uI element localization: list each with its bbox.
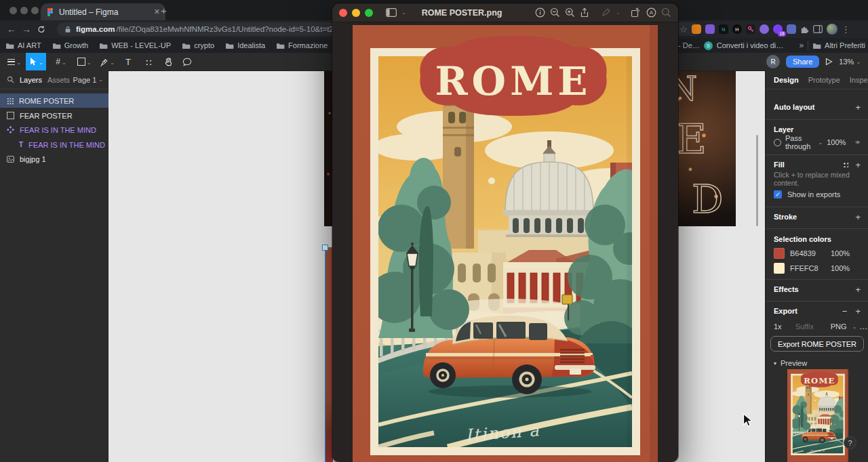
- reload-icon[interactable]: [34, 25, 49, 34]
- bookmark-item[interactable]: Formazione: [276, 41, 328, 49]
- side-panel-icon[interactable]: [813, 25, 823, 33]
- bookmark-other-favorites[interactable]: Altri Preferiti: [812, 41, 865, 49]
- show-in-exports-checkbox[interactable]: ✓: [774, 190, 782, 198]
- folder-icon: [812, 42, 821, 49]
- export-suffix-input[interactable]: [794, 322, 828, 331]
- move-tool-button[interactable]: ⌄: [26, 53, 46, 70]
- extension-metamask-icon[interactable]: [692, 24, 701, 34]
- help-button[interactable]: ?: [844, 436, 856, 449]
- bookmark-item[interactable]: WEB - LEVEL-UP: [99, 41, 171, 49]
- window-zoom-button[interactable]: [365, 9, 373, 17]
- extension-indigo-icon[interactable]: [787, 24, 796, 34]
- add-auto-layout-icon[interactable]: +: [855, 102, 861, 112]
- bookmark-item[interactable]: Idealista: [225, 41, 265, 49]
- layer-row-fear-poster[interactable]: FEAR POSTER: [0, 108, 108, 123]
- present-play-icon[interactable]: [825, 58, 833, 66]
- bookmark-item[interactable]: AI ART: [5, 41, 41, 49]
- hand-tool-button[interactable]: [159, 53, 178, 70]
- share-button[interactable]: Share: [786, 56, 819, 68]
- pen-icon: [100, 58, 108, 66]
- bookmark-item[interactable]: Growth: [52, 41, 88, 49]
- tab-prototype[interactable]: Prototype: [808, 76, 840, 84]
- fill-styles-icon[interactable]: [843, 162, 848, 167]
- zoom-level-control[interactable]: 13%⌄: [839, 58, 861, 66]
- canvas-scrollbar[interactable]: [756, 135, 758, 226]
- puzzle-extensions-icon[interactable]: [800, 25, 809, 34]
- window-minimize-button[interactable]: [352, 9, 360, 17]
- tab-design[interactable]: Design: [774, 76, 799, 84]
- layer-opacity[interactable]: 100%: [827, 138, 846, 146]
- bookmark-converti[interactable]: Converti i video di…: [717, 41, 783, 49]
- page-selector[interactable]: Page 1⌄: [73, 76, 103, 84]
- annotate-icon[interactable]: A: [646, 7, 656, 18]
- bookmark-partial[interactable]: - De…: [678, 41, 700, 49]
- layer-row-bigjpg[interactable]: bigjpg 1: [0, 152, 108, 166]
- resources-tool-button[interactable]: [138, 53, 157, 70]
- preview-disclosure-icon[interactable]: ▾: [774, 360, 776, 366]
- tab-inspect[interactable]: Inspect: [850, 76, 868, 84]
- back-icon[interactable]: ←: [4, 24, 19, 35]
- extension-badge-icon[interactable]: 18: [773, 24, 783, 34]
- window-minimize-button[interactable]: [20, 7, 28, 14]
- browser-menu-icon[interactable]: ⋮: [842, 24, 850, 35]
- new-tab-button[interactable]: +: [161, 5, 167, 16]
- window-close-button[interactable]: [9, 7, 17, 14]
- bookmark-item[interactable]: crypto: [182, 41, 214, 49]
- bookmark-star-icon[interactable]: ☆: [679, 24, 688, 35]
- remove-export-icon[interactable]: −: [842, 306, 848, 316]
- color-opacity[interactable]: 100%: [831, 249, 850, 257]
- extension-key-icon[interactable]: [746, 24, 755, 34]
- selection-color-row[interactable]: FFEFC8 100%: [766, 261, 868, 275]
- blend-mode-value[interactable]: Pass through: [785, 134, 811, 150]
- export-rome-poster-button[interactable]: Export ROME POSTER: [770, 336, 864, 352]
- browser-tab[interactable]: Untitled – Figma ✕: [41, 3, 165, 20]
- color-hex[interactable]: FFEFC8: [790, 264, 825, 272]
- color-swatch-cream[interactable]: [774, 263, 785, 274]
- tab-close-icon[interactable]: ✕: [154, 7, 160, 16]
- browser-avatar[interactable]: [827, 24, 837, 35]
- add-stroke-icon[interactable]: +: [855, 212, 861, 222]
- layer-section-header: Layer: [774, 125, 793, 133]
- forward-icon[interactable]: →: [19, 24, 34, 35]
- add-export-icon[interactable]: +: [855, 306, 861, 316]
- tab-layers[interactable]: Layers: [20, 76, 42, 84]
- color-swatch-red[interactable]: [774, 248, 785, 259]
- add-fill-icon[interactable]: +: [855, 160, 861, 170]
- color-opacity[interactable]: 100%: [831, 264, 850, 272]
- text-tool-button[interactable]: T: [119, 53, 137, 70]
- export-format[interactable]: PNG: [831, 322, 847, 331]
- search-icon[interactable]: [7, 76, 14, 83]
- figma-main-menu-button[interactable]: ⌄: [4, 53, 24, 70]
- layer-row-fear-text[interactable]: T FEAR IS IN THE MIND: [0, 138, 108, 152]
- selection-color-row[interactable]: B64839 100%: [766, 247, 868, 260]
- window-close-button[interactable]: [339, 9, 347, 17]
- preview-title-bar[interactable]: ⌄ ROME POSTER.png ⌄ A: [332, 3, 678, 22]
- frame-tool-button[interactable]: #⌄: [50, 53, 72, 70]
- search-icon[interactable]: [661, 7, 671, 18]
- zoom-in-icon[interactable]: [565, 7, 575, 18]
- visibility-eye-icon[interactable]: [855, 139, 861, 146]
- layer-row-fear-component[interactable]: FEAR IS IN THE MIND: [0, 123, 108, 137]
- sidebar-toggle-icon[interactable]: [386, 8, 397, 17]
- add-effect-icon[interactable]: +: [855, 285, 861, 295]
- shape-tool-button[interactable]: ⌄: [73, 53, 95, 70]
- share-icon[interactable]: [580, 7, 589, 18]
- info-icon[interactable]: [535, 7, 545, 18]
- color-hex[interactable]: B64839: [790, 249, 825, 257]
- selection-handle[interactable]: [322, 245, 328, 251]
- export-more-icon[interactable]: …: [859, 322, 868, 331]
- comment-tool-button[interactable]: [178, 53, 197, 70]
- window-zoom-button[interactable]: [31, 7, 39, 14]
- pen-tool-button[interactable]: ⌄: [96, 53, 118, 70]
- layer-row-rome-poster[interactable]: ROME POSTER: [0, 93, 108, 108]
- extension-purple-icon[interactable]: [705, 24, 715, 34]
- bookmarks-overflow-icon[interactable]: »: [799, 41, 804, 50]
- export-scale[interactable]: 1x: [774, 322, 782, 331]
- preview-app-window[interactable]: ⌄ ROME POSTER.png ⌄ A: [332, 3, 678, 462]
- zoom-out-icon[interactable]: [550, 7, 560, 18]
- user-avatar[interactable]: R: [766, 55, 780, 68]
- blend-mode-icon[interactable]: [774, 139, 781, 146]
- tab-assets[interactable]: Assets: [47, 76, 70, 84]
- extension-violet-icon[interactable]: [760, 24, 769, 34]
- rotate-icon[interactable]: [631, 7, 642, 18]
